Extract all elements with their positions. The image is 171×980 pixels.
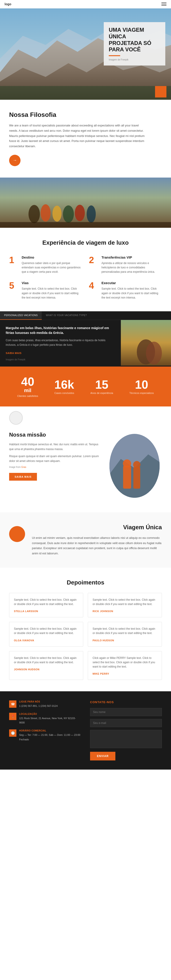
testimonial-5: Sample text. Click to select the text bo… (9, 651, 83, 680)
philosophy-section: Nossa Filosofia We are a team of tourist… (0, 100, 171, 178)
philosophy-btn[interactable]: → (9, 155, 21, 166)
svg-rect-4 (0, 86, 171, 100)
testimonial-4-author: PAULO HUDSON (93, 639, 157, 642)
testimonial-1: Sample text. Click to select the text bo… (9, 593, 83, 617)
philosophy-text: We are a team of tourist specialists pas… (9, 123, 146, 149)
testimonial-1-text: Sample text. Click to select the text bo… (14, 598, 78, 606)
svg-point-11 (75, 205, 85, 221)
testimonial-5-author: JOHNSON HUDSON (14, 668, 78, 671)
contact-item-location: 📍 LOCALIZAÇÃO 121 Rock Street, 21 Avenue… (9, 713, 81, 725)
luxury-grid: 1 Destino Queremos saber úteis e por quê… (9, 255, 162, 300)
contact-form: Contate-nos ENVIAR (90, 700, 162, 760)
testimonials-section: Depoimentos Sample text. Click to select… (0, 568, 171, 691)
tab-image-svg (121, 320, 171, 366)
testimonial-6-author: MIKE PERRY (93, 672, 157, 675)
mission-image-svg (107, 431, 162, 500)
hours-label: HORÁRIO COMERCIAL (19, 729, 81, 732)
stat-3: 15 Anos de experiência (90, 379, 113, 395)
mission-p2: Risque quam quisque id diam vel quam ele… (9, 454, 100, 463)
mission-title: Nossa missão (9, 431, 100, 438)
hero-divider (109, 55, 120, 56)
testimonial-3-text: Sample text. Click to select the text bo… (14, 627, 78, 635)
form-title: Contate-nos (90, 700, 162, 704)
mission-credit: Image from Gras (9, 466, 100, 468)
stat-1-unit: mil (17, 388, 38, 393)
testimonial-3: Sample text. Click to select the text bo… (9, 622, 83, 646)
circle-separator (0, 406, 171, 425)
stat-1-number: 40 (21, 375, 35, 388)
hero-section: UMA VIAGEM ÚNICA PROJETADA SÓ PARA VOCÊ … (0, 8, 171, 100)
testimonial-4: Sample text. Click to select the text bo… (88, 622, 162, 646)
svg-point-10 (63, 205, 74, 223)
stat-2-number: 16k (54, 378, 74, 391)
viagem-circle (9, 526, 25, 542)
group-photo (0, 178, 171, 228)
luxury-text-5: Sample text. Click to select the text bo… (22, 286, 82, 300)
viagem-text: Ut enim ad minim veniam, quis nostrud ex… (32, 535, 162, 556)
location-label: LOCALIZAÇÃO (19, 713, 81, 715)
svg-rect-5 (155, 86, 166, 97)
mission-btn[interactable]: SAIBA MAIS (9, 473, 37, 480)
logo: logo (5, 2, 11, 6)
testimonial-3-author: OLGA IVANOVA (14, 639, 78, 642)
tab-link[interactable]: SAIBA MAIS (6, 352, 21, 355)
mission-image (107, 431, 162, 501)
luxury-title-5: Vias (22, 281, 82, 285)
luxury-text-2: Aprenda a utilizar de nossos veículos e … (101, 261, 162, 274)
phone-label: LIGUE PARA NÓS (19, 700, 58, 703)
testimonials-title: Depoimentos (9, 579, 162, 586)
stat-2-label: Cases concluídos (54, 391, 74, 395)
contact-item-phone: ☎ LIGUE PARA NÓS 1 (234) 567-891, 1 (234… (9, 700, 81, 708)
luxury-number-5: 5 (9, 281, 18, 300)
luxury-title-1: Destino (22, 255, 82, 259)
mission-section: Nossa missão Habitant morbi tristique se… (0, 425, 171, 512)
tab-content: Marguhe em belas ilhas, histórias fascin… (0, 320, 171, 366)
phone-value: 1 (234) 567-891, 1 (234) 567-0124 (19, 705, 58, 707)
luxury-text-1: Queremos saber úteis e por quê porque en… (22, 261, 82, 274)
stat-3-number: 15 (95, 378, 108, 391)
luxury-number-4: 4 (89, 281, 98, 300)
luxury-item-1: 1 Destino Queremos saber úteis e por quê… (9, 255, 82, 274)
group-photo-bg (0, 178, 171, 228)
tabs-section: PERSONALIZED VACATIONS WHAT IS YOUR VACA… (0, 311, 171, 366)
contact-info: ☎ LIGUE PARA NÓS 1 (234) 567-891, 1 (234… (9, 700, 81, 760)
tab-image (121, 320, 171, 366)
stat-1-label: Clientes satisfeitos (17, 395, 38, 397)
form-message-textarea[interactable] (90, 730, 162, 748)
hero-overlay: UMA VIAGEM ÚNICA PROJETADA SÓ PARA VOCÊ … (104, 22, 165, 65)
svg-rect-23 (133, 467, 140, 488)
svg-point-12 (87, 205, 96, 223)
testimonial-4-text: Sample text. Click to select the text bo… (93, 627, 157, 635)
luxury-number-1: 1 (9, 255, 18, 274)
luxury-title-2: Transferências VIP (101, 255, 162, 259)
svg-point-7 (28, 205, 40, 223)
luxury-number-2: 2 (89, 255, 98, 274)
philosophy-title: Nossa Filosofia (9, 111, 162, 118)
location-value: 121 Rock Street, 21 Avenue, New York, NY… (19, 717, 76, 724)
testimonials-grid: Sample text. Click to select the text bo… (9, 593, 162, 680)
svg-point-22 (123, 460, 131, 468)
hamburger-icon[interactable] (162, 3, 166, 6)
svg-point-24 (133, 461, 141, 468)
tab-2[interactable]: WHAT IS YOUR VACATIONS TYPE? (42, 311, 91, 320)
stat-4-label: Técnicos especializos (129, 391, 154, 395)
mission-credit-link[interactable]: Gras (21, 466, 26, 468)
hero-title: UMA VIAGEM ÚNICA PROJETADA SÓ PARA VOCÊ (109, 27, 160, 53)
form-email-input[interactable] (90, 719, 162, 727)
form-name-input[interactable] (90, 708, 162, 716)
testimonial-2: Sample text. Click to select the text bo… (88, 593, 162, 617)
tab-title: Marguhe em belas ilhas, histórias fascin… (6, 326, 115, 335)
tab-1[interactable]: PERSONALIZED VACATIONS (0, 311, 42, 320)
header: logo (0, 0, 171, 8)
luxury-text-4: Sample text. Click to select the text bo… (101, 286, 162, 300)
stat-1: 40 mil Clientes satisfeitos (17, 375, 38, 397)
stats-section: 40 mil Clientes satisfeitos 16k Cases co… (0, 366, 171, 406)
testimonial-6-text: Click again or Mike PERRY Sample text. C… (93, 656, 157, 669)
arrow-icon: → (13, 158, 17, 163)
hours-value: Seg — Ter: 7:00 — 21:00, Sáb — Dom: 11:0… (19, 733, 80, 741)
luxury-item-5: 5 Vias Sample text. Click to select the … (9, 281, 82, 300)
luxury-section: Experiência de viagem de luxo 1 Destino … (0, 228, 171, 311)
testimonial-6: Click again or Mike PERRY Sample text. C… (88, 651, 162, 680)
form-submit-btn[interactable]: ENVIAR (90, 752, 116, 760)
contact-item-hours: 🕐 HORÁRIO COMERCIAL Seg — Ter: 7:00 — 21… (9, 729, 81, 741)
